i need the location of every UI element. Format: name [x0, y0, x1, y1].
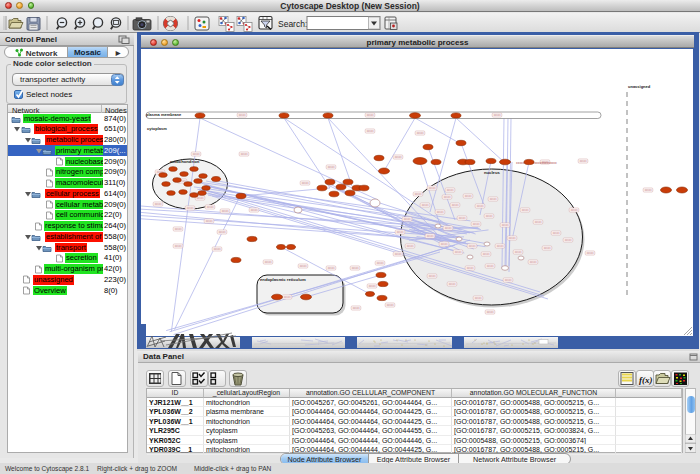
- svg-text:xxxxx: xxxxx: [443, 195, 451, 199]
- svg-text:xxxxx: xxxxx: [564, 238, 572, 242]
- svg-text:xxxxx: xxxxx: [414, 192, 422, 196]
- svg-text:xxxxx: xxxxx: [205, 219, 213, 223]
- svg-text:xxxxx: xxxxx: [352, 306, 360, 310]
- svg-text:Search:: Search:: [278, 19, 307, 29]
- svg-text:xxxxx: xxxxx: [468, 244, 476, 248]
- svg-text:xxxxx: xxxxx: [154, 202, 162, 206]
- svg-text:xxxxx: xxxxx: [521, 208, 529, 212]
- svg-text:xxxxx: xxxxx: [174, 244, 182, 248]
- svg-text:xxxxx: xxxxx: [543, 246, 551, 250]
- svg-text:xxxxx: xxxxx: [283, 295, 291, 299]
- svg-text:xxxxx: xxxxx: [206, 205, 214, 209]
- svg-text:xxxxx: xxxxx: [406, 244, 414, 248]
- svg-text:xxxxx: xxxxx: [221, 209, 229, 213]
- svg-text:xxxxx: xxxxx: [504, 278, 512, 282]
- svg-text:xxxxx: xxxxx: [368, 284, 376, 288]
- svg-text:xxxxx: xxxxx: [351, 266, 359, 270]
- svg-text:xxxxx: xxxxx: [440, 242, 448, 246]
- svg-text:xxxxx: xxxxx: [327, 266, 335, 270]
- svg-text:xxxxx: xxxxx: [496, 244, 504, 248]
- svg-text:xxxxx: xxxxx: [403, 217, 411, 221]
- svg-text:xxxxx: xxxxx: [436, 210, 444, 214]
- svg-text:unassigned: unassigned: [628, 84, 651, 89]
- svg-text:xxxxx: xxxxx: [534, 220, 542, 224]
- svg-text:xxxxx: xxxxx: [386, 303, 394, 307]
- svg-text:plasma membrane: plasma membrane: [146, 112, 182, 117]
- svg-text:mitochondrion: mitochondrion: [170, 159, 200, 164]
- svg-text:xxxxx: xxxxx: [426, 234, 434, 238]
- svg-text:xxxxx: xxxxx: [299, 264, 307, 268]
- svg-text:xxxxx: xxxxx: [472, 222, 480, 226]
- svg-text:xxxxxxxxxxxxxxxxxxxxxxxx: xxxxxxxxxxxxxxxxxxxxxxxx: [516, 161, 557, 165]
- svg-text:xxxxx: xxxxx: [474, 296, 482, 300]
- svg-text:xxxxx: xxxxx: [644, 188, 652, 192]
- svg-text:xxxxx: xxxxx: [446, 188, 454, 192]
- svg-text:xxxxx: xxxxx: [489, 197, 497, 201]
- svg-text:xxxxx: xxxxx: [493, 113, 501, 117]
- svg-text:xxxxx: xxxxx: [508, 236, 516, 240]
- svg-text:endoplasmic reticulum: endoplasmic reticulum: [260, 277, 306, 282]
- svg-text:xxxxx: xxxxx: [213, 247, 221, 251]
- svg-text:xxxxx: xxxxx: [444, 226, 452, 230]
- svg-text:xxxxx: xxxxx: [482, 252, 490, 256]
- svg-text:xxxxx: xxxxx: [466, 266, 474, 270]
- svg-text:xxxxx: xxxxx: [416, 131, 424, 135]
- svg-text:xxxxx: xxxxx: [376, 261, 384, 265]
- svg-text:xxxxx: xxxxx: [552, 231, 560, 235]
- svg-text:xxxxx: xxxxx: [174, 227, 182, 231]
- svg-text:xxxxx: xxxxx: [240, 152, 248, 156]
- svg-text:xxxxx: xxxxx: [451, 203, 459, 207]
- svg-text:xxxxx: xxxxx: [476, 204, 484, 208]
- svg-text:xxxxx: xxxxx: [396, 230, 404, 234]
- svg-text:cytoplasm: cytoplasm: [147, 126, 167, 131]
- svg-text:xxxxx: xxxxx: [238, 113, 246, 117]
- svg-text:xxxxx: xxxxx: [454, 250, 462, 254]
- svg-text:xxxxx: xxxxx: [250, 208, 258, 212]
- svg-text:xxxxx: xxxxx: [586, 251, 594, 255]
- svg-text:xxxxx: xxxxx: [458, 216, 466, 220]
- svg-text:xxxxx: xxxxx: [394, 252, 402, 256]
- svg-text:xxxxx: xxxxx: [570, 208, 578, 212]
- svg-text:xxxxx: xxxxx: [264, 260, 272, 264]
- svg-text:xxxxx: xxxxx: [327, 165, 335, 169]
- svg-text:xxxxx: xxxxx: [486, 264, 494, 268]
- svg-text:xxxxx: xxxxx: [218, 230, 226, 234]
- svg-text:xxxxx: xxxxx: [366, 113, 374, 117]
- svg-text:xxxxx: xxxxx: [186, 206, 194, 210]
- svg-text:xxxxx: xxxxx: [301, 181, 309, 185]
- svg-text:xxxxx: xxxxx: [192, 152, 200, 156]
- svg-text:xxxxx: xxxxx: [486, 310, 494, 314]
- svg-text:xxxxx: xxxxx: [394, 155, 402, 159]
- svg-text:xxxxx: xxxxx: [464, 194, 472, 198]
- svg-text:xxxxx: xxxxx: [501, 223, 509, 227]
- svg-text:xxxxx: xxxxx: [529, 260, 537, 264]
- svg-text:xxxxx: xxxxx: [428, 274, 436, 278]
- svg-text:xxxxx: xxxxx: [579, 159, 587, 163]
- svg-text:xxxxx: xxxxx: [448, 282, 456, 286]
- svg-text:xxxxx: xxxxx: [428, 186, 436, 190]
- svg-text:xxxxx: xxxxx: [485, 214, 493, 218]
- svg-text:xxxxx: xxxxx: [514, 250, 522, 254]
- svg-text:f(x): f(x): [639, 375, 653, 385]
- svg-text:xxxxx: xxxxx: [421, 203, 429, 207]
- svg-text:xxxxx: xxxxx: [366, 129, 374, 133]
- svg-text:nucleus: nucleus: [484, 170, 500, 175]
